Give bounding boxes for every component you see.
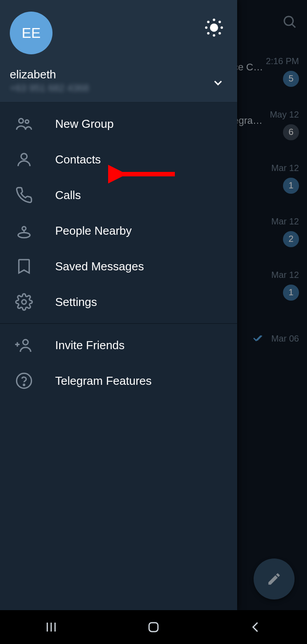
- drawer-header[interactable]: EE elizabeth +63 951 682 4368: [0, 0, 237, 102]
- svg-point-11: [19, 118, 23, 123]
- avatar[interactable]: EE: [10, 12, 53, 54]
- help-icon: [14, 371, 34, 391]
- menu-item-calls[interactable]: Calls: [0, 177, 237, 213]
- svg-point-6: [221, 27, 223, 29]
- svg-point-8: [219, 21, 221, 23]
- svg-point-13: [21, 154, 27, 159]
- menu-divider: [0, 323, 237, 324]
- svg-point-2: [210, 24, 218, 32]
- phone-icon: [14, 185, 34, 205]
- group-icon: [14, 114, 34, 134]
- svg-point-15: [18, 232, 30, 238]
- menu-label: Settings: [55, 295, 97, 309]
- recent-apps-button[interactable]: [38, 620, 65, 634]
- navigation-drawer: EE elizabeth +63 951 682 4368: [0, 0, 237, 610]
- menu-label: People Nearby: [55, 224, 132, 238]
- svg-point-16: [22, 300, 26, 304]
- svg-point-17: [23, 340, 28, 345]
- nearby-icon: [14, 221, 34, 240]
- menu-label: Contacts: [55, 153, 101, 167]
- menu-label: Saved Messages: [55, 260, 144, 273]
- person-icon: [14, 150, 34, 169]
- menu-item-contacts[interactable]: Contacts: [0, 142, 237, 177]
- back-button[interactable]: [242, 620, 269, 634]
- svg-point-4: [213, 35, 215, 37]
- menu-label: Calls: [55, 188, 81, 202]
- chevron-down-icon[interactable]: [211, 76, 225, 91]
- svg-point-3: [213, 19, 215, 21]
- theme-toggle-icon[interactable]: [203, 17, 225, 38]
- phone-number: +63 951 682 4368: [10, 82, 227, 94]
- menu-item-saved-messages[interactable]: Saved Messages: [0, 249, 237, 284]
- menu-label: Invite Friends: [55, 338, 125, 352]
- menu-item-settings[interactable]: Settings: [0, 284, 237, 320]
- system-navbar: [0, 610, 307, 644]
- menu-item-people-nearby[interactable]: People Nearby: [0, 213, 237, 249]
- home-button[interactable]: [140, 620, 167, 634]
- bookmark-icon: [14, 257, 34, 276]
- avatar-initials: EE: [22, 25, 41, 41]
- menu-label: New Group: [55, 117, 114, 131]
- svg-point-9: [207, 33, 209, 34]
- gear-icon: [14, 292, 34, 312]
- menu-label: Telegram Features: [55, 374, 152, 388]
- svg-point-5: [206, 27, 207, 29]
- menu-item-new-group[interactable]: New Group: [0, 106, 237, 142]
- svg-point-10: [219, 33, 221, 34]
- menu-item-telegram-features[interactable]: Telegram Features: [0, 363, 237, 399]
- menu-item-invite-friends[interactable]: Invite Friends: [0, 327, 237, 363]
- add-person-icon: [14, 335, 34, 355]
- svg-point-7: [207, 21, 209, 23]
- svg-point-21: [24, 384, 25, 386]
- svg-rect-26: [149, 623, 158, 632]
- username: elizabeth: [10, 68, 227, 82]
- svg-point-14: [22, 227, 26, 230]
- svg-point-12: [25, 120, 29, 123]
